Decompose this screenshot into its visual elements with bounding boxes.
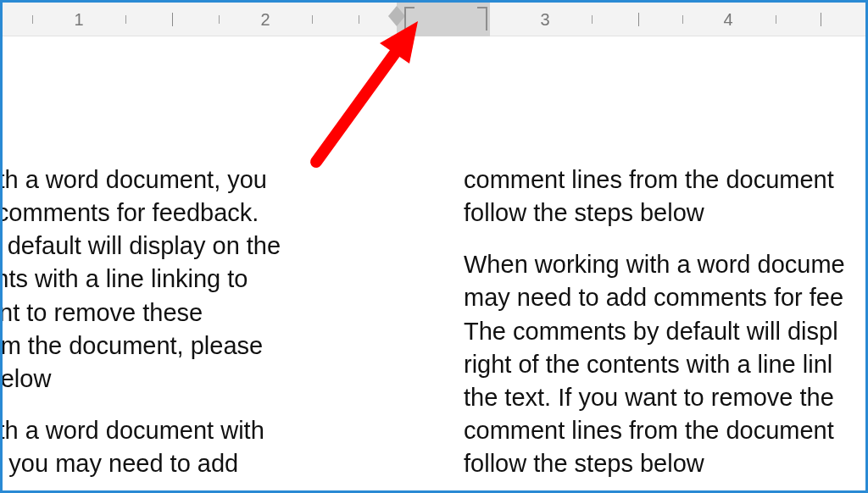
body-text[interactable]: t lines from the document, please <box>0 330 404 363</box>
document-page[interactable]: orking with a word document, you d to ad… <box>3 36 865 490</box>
ruler-tick-1: 1 <box>74 3 83 36</box>
ruler-num-4: 4 <box>723 11 732 28</box>
body-text[interactable]: the text. If you want to remove the <box>464 381 868 414</box>
body-text[interactable]: right of the contents with a line linl <box>464 348 868 381</box>
hanging-indent-marker[interactable] <box>388 16 405 26</box>
first-line-indent-marker[interactable] <box>388 6 405 16</box>
text-column-left[interactable]: orking with a word document, you d to ad… <box>0 36 455 490</box>
ruler-num-3: 3 <box>540 11 549 28</box>
ruler-minor <box>682 15 683 24</box>
body-text[interactable]: follow the steps below <box>464 447 868 480</box>
body-text[interactable]: may need to add comments for fee <box>464 281 868 314</box>
ruler-minor <box>776 15 776 24</box>
body-text[interactable]: e steps below <box>0 363 404 396</box>
ruler-minor <box>32 15 33 24</box>
body-text[interactable]: If you want to remove these <box>0 296 404 330</box>
ruler-minor <box>359 15 359 24</box>
body-text[interactable]: orking with a word document with <box>0 414 404 447</box>
ruler-half <box>172 13 173 26</box>
body-text[interactable]: comment lines from the document <box>464 163 868 197</box>
ruler-column-end-left[interactable] <box>404 3 418 26</box>
body-text[interactable]: d to add comments for feedback. <box>0 197 404 230</box>
ruler-minor <box>125 15 126 24</box>
ruler-minor <box>592 15 593 24</box>
body-text[interactable]: he contents with a line linking to <box>0 263 404 296</box>
ruler-minor <box>312 15 313 24</box>
ruler-tick-4: 4 <box>723 3 732 36</box>
ruler-tick-3: 3 <box>540 3 549 36</box>
ruler-num-1: 1 <box>74 11 83 28</box>
horizontal-ruler[interactable]: 1 2 3 4 5 <box>3 3 865 36</box>
ruler-half <box>821 13 821 26</box>
ruler-column-end-right[interactable] <box>474 3 487 26</box>
body-text[interactable]: follow the steps below <box>464 197 868 230</box>
ruler-tick-2: 2 <box>260 3 270 36</box>
body-text[interactable]: When working with a word docume <box>464 248 868 281</box>
body-text[interactable]: ments by default will display on the <box>0 230 404 263</box>
body-text[interactable]: ocument, you may need to add <box>0 447 404 480</box>
body-text[interactable]: orking with a word document, you <box>0 163 404 197</box>
ruler-minor <box>219 15 220 24</box>
body-text[interactable]: comment lines from the document <box>464 414 868 447</box>
ruler-num-2: 2 <box>260 11 270 28</box>
body-text[interactable]: The comments by default will displ <box>464 315 868 348</box>
ruler-half <box>638 13 639 26</box>
text-column-right[interactable]: comment lines from the document follow t… <box>455 36 868 490</box>
